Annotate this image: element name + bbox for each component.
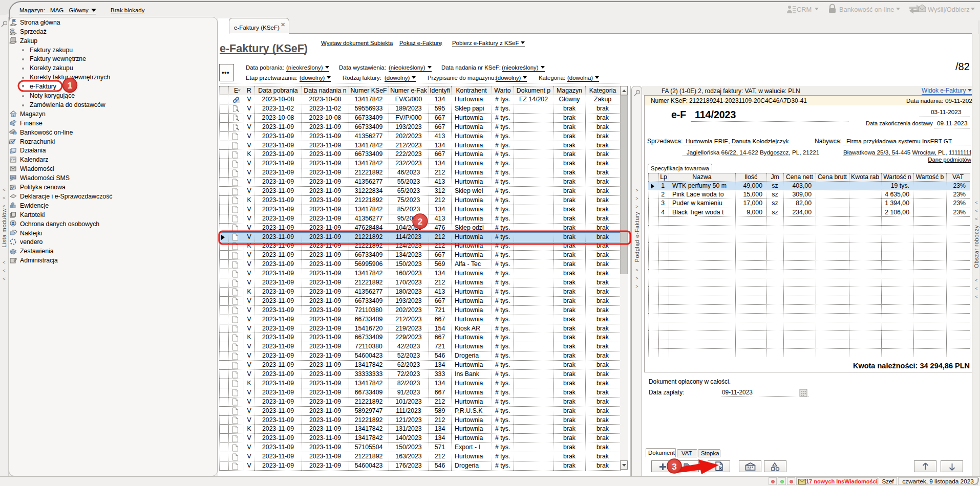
- svg-text:3: 3: [672, 462, 676, 472]
- svg-text:e-Faktury: e-Faktury: [30, 83, 57, 90]
- svg-text:1: 1: [68, 81, 72, 91]
- svg-text:2: 2: [418, 217, 422, 227]
